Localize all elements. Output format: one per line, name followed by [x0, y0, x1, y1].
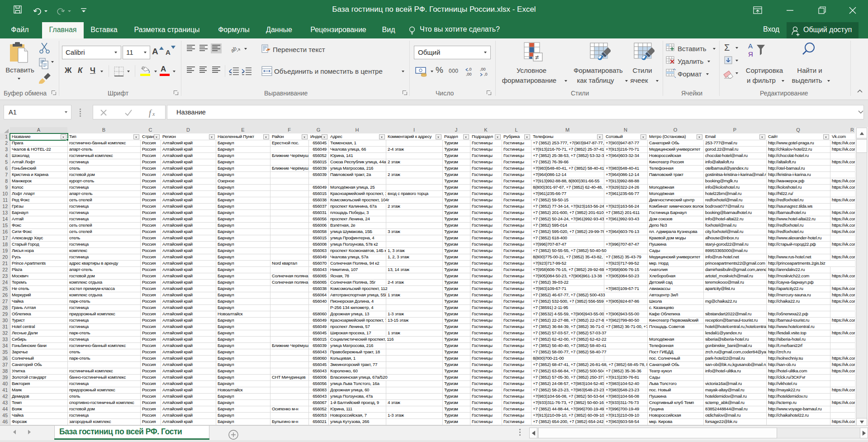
svg-text:ab: ab: [230, 45, 238, 54]
svg-text:,00: ,00: [466, 72, 472, 76]
svg-text:f: f: [149, 109, 152, 118]
svg-text:Я: Я: [748, 50, 753, 58]
svg-text:А: А: [748, 42, 753, 50]
svg-text:,0: ,0: [468, 67, 472, 71]
svg-text:,0: ,0: [484, 72, 488, 76]
svg-text:,00: ,00: [480, 67, 486, 71]
svg-text:≠: ≠: [535, 53, 539, 61]
svg-text:x: x: [152, 111, 155, 117]
